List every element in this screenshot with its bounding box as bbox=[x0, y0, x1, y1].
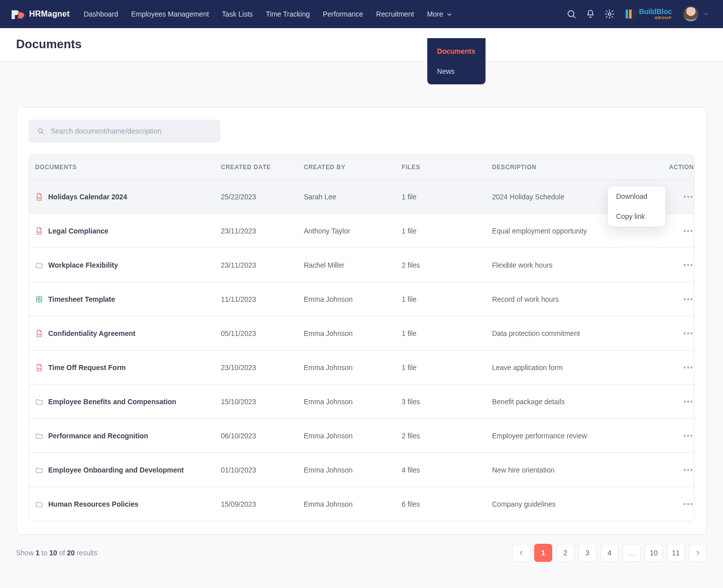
more-dropdown: Documents News bbox=[427, 38, 486, 84]
created-date: 23/11/2023 bbox=[221, 227, 256, 235]
table-row[interactable]: Timesheet Template11/11/2023Emma Johnson… bbox=[29, 282, 694, 316]
search-icon bbox=[37, 127, 45, 135]
nav-task-lists[interactable]: Task Lists bbox=[222, 10, 253, 18]
created-date: 01/10/2023 bbox=[221, 466, 256, 474]
company-badge[interactable]: BuildBloc GROUP bbox=[626, 8, 672, 20]
pager-next[interactable] bbox=[689, 544, 707, 562]
svg-point-2 bbox=[608, 13, 611, 16]
row-action-button[interactable]: ••• bbox=[683, 261, 698, 269]
description: Leave application form bbox=[492, 364, 563, 372]
row-action-button[interactable]: ••• bbox=[683, 193, 698, 201]
more-horizontal-icon: ••• bbox=[683, 227, 694, 235]
created-date: 15/10/2023 bbox=[221, 398, 256, 406]
table-row[interactable]: Workplace Flexibility23/11/2023Rachel Mi… bbox=[29, 248, 694, 282]
row-action-button[interactable]: ••• bbox=[683, 295, 698, 303]
table-body: PDFHolidays Calendar 202425/22/2023Sarah… bbox=[29, 179, 694, 521]
created-by: Emma Johnson bbox=[304, 398, 352, 406]
pager-prev[interactable] bbox=[512, 544, 530, 562]
created-date: 11/11/2023 bbox=[221, 295, 256, 303]
table-row[interactable]: PDFTime Off Request Form23/10/2023Emma J… bbox=[29, 350, 694, 384]
table-footer: Show 1 to 10 of 20 results 1234…1011 bbox=[16, 535, 707, 565]
created-by: Sarah Lee bbox=[304, 193, 336, 201]
search-input[interactable] bbox=[50, 127, 212, 136]
description: Flexible work hours bbox=[492, 261, 553, 269]
pager-page[interactable]: 3 bbox=[578, 544, 596, 562]
table-row[interactable]: Employee Benefits and Compensation15/10/… bbox=[29, 384, 694, 418]
summary-of-w: of bbox=[59, 549, 65, 557]
nav-more[interactable]: More bbox=[427, 10, 452, 18]
action-download[interactable]: Download bbox=[608, 186, 665, 206]
created-date: 06/10/2023 bbox=[221, 432, 256, 440]
description: Employee performance review bbox=[492, 432, 587, 440]
pdf-file-icon: PDF bbox=[35, 227, 43, 235]
pager-page[interactable]: 10 bbox=[645, 544, 663, 562]
row-action-button[interactable]: ••• bbox=[683, 432, 698, 440]
pdf-file-icon: PDF bbox=[35, 193, 43, 201]
table-row[interactable]: PDFLegal Compliance23/11/2023Anthony Tay… bbox=[29, 213, 694, 248]
row-action-button[interactable]: ••• bbox=[683, 329, 698, 337]
gear-icon[interactable] bbox=[605, 9, 615, 19]
nav-performance[interactable]: Performance bbox=[323, 10, 363, 18]
document-name: Workplace Flexibility bbox=[48, 261, 118, 269]
created-by: Emma Johnson bbox=[304, 364, 352, 372]
row-action-button[interactable]: ••• bbox=[683, 500, 698, 508]
table-row[interactable]: Performance and Recognition06/10/2023Emm… bbox=[29, 418, 694, 452]
document-name: Timesheet Template bbox=[48, 295, 115, 303]
company-logo-icon bbox=[626, 10, 635, 19]
content: DOCUMENTS CREATED DATE CREATED BY FILES … bbox=[0, 62, 723, 579]
files-count: 1 file bbox=[402, 364, 417, 372]
bell-icon[interactable] bbox=[585, 9, 595, 19]
description: Equal employment opportunity bbox=[492, 227, 587, 235]
pager-page[interactable]: 2 bbox=[556, 544, 574, 562]
folder-icon bbox=[35, 432, 43, 440]
svg-line-4 bbox=[42, 133, 44, 134]
brand[interactable]: HRMagnet bbox=[10, 9, 70, 20]
document-name: Legal Compliance bbox=[48, 227, 108, 235]
table-row[interactable]: Employee Onboarding and Development01/10… bbox=[29, 452, 694, 487]
nav-employees-management[interactable]: Employees Management bbox=[131, 10, 209, 18]
created-by: Emma Johnson bbox=[304, 329, 352, 337]
document-name: Holidays Calendar 2024 bbox=[48, 193, 127, 201]
row-action-button[interactable]: ••• bbox=[683, 466, 698, 474]
description: 2024 Holiday Schedule bbox=[492, 193, 564, 201]
search-icon[interactable] bbox=[566, 9, 576, 19]
files-count: 1 file bbox=[402, 227, 417, 235]
row-action-button[interactable]: ••• bbox=[683, 364, 698, 372]
files-count: 1 file bbox=[402, 295, 417, 303]
created-date: 23/11/2023 bbox=[221, 261, 256, 269]
pager-page[interactable]: 11 bbox=[667, 544, 685, 562]
search-input-wrap[interactable] bbox=[29, 120, 220, 143]
action-copy-link[interactable]: Copy link bbox=[608, 206, 665, 226]
more-horizontal-icon: ••• bbox=[683, 466, 694, 474]
table-header: DOCUMENTS CREATED DATE CREATED BY FILES … bbox=[29, 155, 694, 179]
nav-dashboard[interactable]: Dashboard bbox=[84, 10, 118, 18]
user-menu[interactable] bbox=[683, 6, 709, 22]
nav-more-wrapper: More Documents News bbox=[427, 10, 452, 18]
table-row[interactable]: PDFHolidays Calendar 202425/22/2023Sarah… bbox=[29, 179, 694, 213]
nav-recruitment[interactable]: Recruitment bbox=[376, 10, 414, 18]
row-action-button[interactable]: ••• bbox=[683, 227, 698, 235]
page-title: Documents bbox=[16, 37, 707, 51]
more-horizontal-icon: ••• bbox=[683, 193, 694, 201]
pager-page[interactable]: 1 bbox=[534, 544, 552, 562]
spreadsheet-file-icon bbox=[35, 295, 43, 303]
row-action-menu: DownloadCopy link bbox=[608, 186, 666, 227]
table-row[interactable]: PDFConfidentiality Agreement05/11/2023Em… bbox=[29, 316, 694, 350]
description: Company guidelines bbox=[492, 500, 556, 508]
nav-time-tracking[interactable]: Time Tracking bbox=[266, 10, 310, 18]
results-summary: Show 1 to 10 of 20 results bbox=[16, 549, 97, 557]
pager-ellipsis: … bbox=[623, 544, 641, 562]
summary-to: 10 bbox=[49, 549, 57, 557]
company-word2: GROUP bbox=[655, 16, 672, 20]
table-row[interactable]: Human Resources Policies15/09/2023Emma J… bbox=[29, 487, 694, 521]
created-by: Emma Johnson bbox=[304, 466, 352, 474]
more-horizontal-icon: ••• bbox=[683, 364, 694, 372]
pager-page[interactable]: 4 bbox=[600, 544, 619, 562]
row-action-button[interactable]: ••• bbox=[683, 398, 698, 406]
nav-more-label: More bbox=[427, 10, 443, 18]
more-item-news[interactable]: News bbox=[427, 61, 486, 81]
more-item-documents[interactable]: Documents bbox=[427, 41, 486, 61]
files-count: 3 files bbox=[402, 398, 420, 406]
description: Record of work hours bbox=[492, 295, 559, 303]
company-name: BuildBloc GROUP bbox=[639, 8, 672, 20]
